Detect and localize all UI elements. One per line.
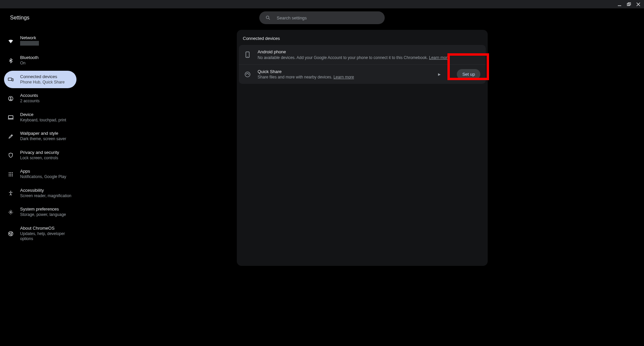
svg-point-11 xyxy=(9,174,10,175)
svg-point-6 xyxy=(10,97,11,99)
sidebar-item-accounts[interactable]: Accounts2 accounts xyxy=(4,90,76,107)
window-titlebar xyxy=(0,0,644,8)
learn-more-link[interactable]: Learn more xyxy=(333,75,354,79)
sidebar-item-label: Bluetooth xyxy=(20,55,39,61)
svg-point-17 xyxy=(10,191,11,192)
accessibility-icon xyxy=(7,190,14,196)
row-title: Quick Share xyxy=(258,69,431,75)
sidebar-item-sublabel: Storage, power, language xyxy=(20,212,66,218)
sidebar-item-privacy[interactable]: Privacy and securityLock screen, control… xyxy=(4,147,76,164)
app-title: Settings xyxy=(10,15,30,21)
sidebar-item-sublabel: Dark theme, screen saver xyxy=(20,136,66,142)
chevron-right-icon: ▶ xyxy=(438,72,441,76)
sidebar-item-sublabel: Notifications, Google Play xyxy=(20,174,66,180)
sidebar-item-label: Connected devices xyxy=(20,74,65,80)
row-android-phone[interactable]: Android phone No available devices. Add … xyxy=(239,45,486,64)
svg-point-22 xyxy=(247,56,248,57)
svg-point-16 xyxy=(12,175,13,176)
sidebar-item-connected-devices[interactable]: Connected devicesPhone Hub, Quick Share xyxy=(4,71,76,88)
row-title: Android phone xyxy=(258,49,480,55)
row-desc: No available devices. Add your Google Ac… xyxy=(258,55,480,60)
maximize-icon[interactable] xyxy=(627,2,631,7)
laptop-icon xyxy=(7,114,14,121)
redacted-text xyxy=(20,41,39,46)
close-icon[interactable] xyxy=(636,2,641,7)
sidebar-item-sublabel: Phone Hub, Quick Share xyxy=(20,80,65,85)
set-up-button[interactable]: Set up xyxy=(457,69,480,79)
sidebar-item-bluetooth[interactable]: BluetoothOn xyxy=(4,52,76,69)
search-input[interactable] xyxy=(277,15,379,20)
sidebar-item-label: Accounts xyxy=(20,93,40,99)
sidebar-item-accessibility[interactable]: AccessibilityScreen reader, magnificatio… xyxy=(4,184,76,202)
sidebar-item-label: Apps xyxy=(20,169,66,174)
phone-icon xyxy=(244,51,251,58)
gear-icon xyxy=(7,209,14,216)
sidebar-item-sublabel: Keyboard, touchpad, print xyxy=(20,118,66,123)
wifi-icon xyxy=(7,38,14,45)
sidebar-item-label: Accessibility xyxy=(20,188,71,193)
svg-point-12 xyxy=(10,174,11,175)
chrome-icon xyxy=(7,230,14,237)
section-title: Connected devices xyxy=(237,30,488,45)
quickshare-icon xyxy=(244,71,251,78)
svg-point-10 xyxy=(12,172,13,173)
row-desc: Share files and more with nearby devices… xyxy=(258,74,431,80)
sidebar-item-label: About ChromeOS xyxy=(20,226,73,231)
devices-icon xyxy=(7,76,14,83)
apps-icon xyxy=(7,171,14,178)
sidebar-item-device[interactable]: DeviceKeyboard, touchpad, print xyxy=(4,109,76,126)
svg-rect-4 xyxy=(12,79,13,81)
sidebar-item-label: Privacy and security xyxy=(20,150,59,156)
sidebar-item-about[interactable]: About ChromeOSUpdates, help, developer o… xyxy=(4,222,76,245)
sidebar: Network BluetoothOn Connected devicesPho… xyxy=(0,27,80,346)
sidebar-item-sublabel: On xyxy=(20,61,39,66)
sidebar-item-label: Network xyxy=(20,35,39,41)
row-quick-share[interactable]: Quick Share Share files and more with ne… xyxy=(239,64,486,84)
svg-rect-7 xyxy=(8,116,13,119)
connected-devices-card: Connected devices Android phone No avail… xyxy=(237,30,488,266)
svg-point-14 xyxy=(9,175,10,176)
sidebar-item-label: Wallpaper and style xyxy=(20,131,66,136)
sidebar-item-sublabel: 2 accounts xyxy=(20,99,40,104)
svg-point-18 xyxy=(10,212,11,213)
svg-point-13 xyxy=(12,174,13,175)
svg-point-15 xyxy=(10,175,11,176)
sidebar-item-system[interactable]: System preferencesStorage, power, langua… xyxy=(4,203,76,221)
svg-point-2 xyxy=(266,16,269,19)
minimize-icon[interactable] xyxy=(617,2,622,7)
sidebar-item-network[interactable]: Network xyxy=(4,32,76,50)
sidebar-item-sublabel: Updates, help, developer options xyxy=(20,231,73,242)
shield-icon xyxy=(7,152,14,159)
svg-point-8 xyxy=(9,172,10,173)
sidebar-item-sublabel: Lock screen, controls xyxy=(20,156,59,161)
learn-more-link[interactable]: Learn more xyxy=(429,55,449,60)
app-header: Settings xyxy=(0,8,644,27)
sidebar-item-wallpaper[interactable]: Wallpaper and styleDark theme, screen sa… xyxy=(4,127,76,145)
account-icon xyxy=(7,95,14,102)
svg-point-9 xyxy=(10,172,11,173)
sidebar-item-apps[interactable]: AppsNotifications, Google Play xyxy=(4,165,76,183)
search-field[interactable] xyxy=(259,11,385,24)
sidebar-item-sublabel: Screen reader, magnification xyxy=(20,193,71,199)
sidebar-item-label: Device xyxy=(20,112,66,118)
bluetooth-icon xyxy=(7,57,14,64)
brush-icon xyxy=(7,133,14,140)
svg-point-19 xyxy=(8,231,13,236)
search-icon xyxy=(265,15,271,20)
svg-rect-3 xyxy=(8,78,12,81)
sidebar-item-label: System preferences xyxy=(20,207,66,212)
